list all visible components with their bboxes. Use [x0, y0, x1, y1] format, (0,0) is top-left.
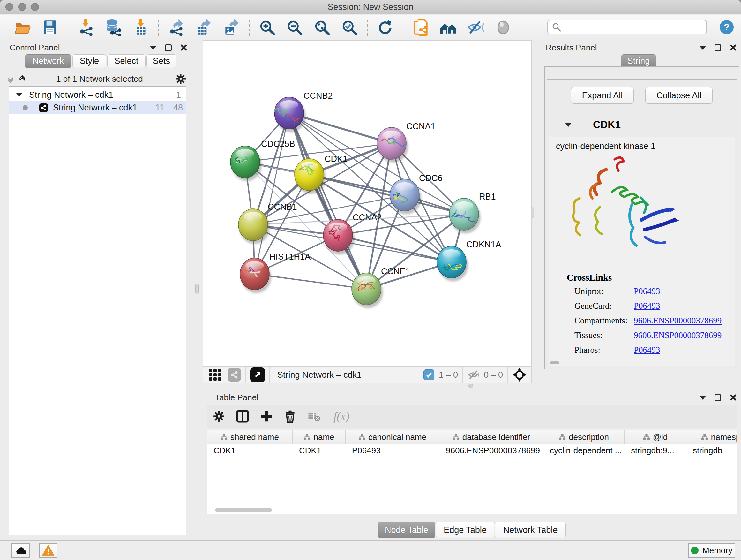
- column-header[interactable]: canonical name: [346, 430, 440, 444]
- help-button[interactable]: ?: [719, 19, 735, 35]
- column-header[interactable]: name: [293, 430, 346, 444]
- right-splitter[interactable]: [532, 40, 543, 389]
- export-table-button[interactable]: [195, 18, 213, 37]
- panel-menu-icon[interactable]: [150, 46, 157, 50]
- network-node[interactable]: CDKN1A: [437, 240, 501, 281]
- tab-network-table[interactable]: Network Table: [495, 522, 566, 538]
- crosslink-value-link[interactable]: 9606.ENSP00000378699: [634, 330, 722, 340]
- table-cell[interactable]: stringdb: [686, 446, 737, 455]
- results-scrollbar-thumb[interactable]: [550, 361, 559, 364]
- memory-button[interactable]: Memory: [688, 543, 735, 558]
- gear-icon[interactable]: [213, 410, 225, 422]
- selected-checkbox-icon[interactable]: [423, 369, 434, 380]
- network-edge[interactable]: [338, 235, 452, 262]
- show-hidden-button[interactable]: [494, 18, 512, 37]
- expand-all-button[interactable]: Expand All: [571, 87, 634, 104]
- zoom-out-button[interactable]: [286, 18, 304, 37]
- network-node[interactable]: CCNE1: [352, 266, 410, 308]
- memory-status-dot: [691, 547, 698, 554]
- import-network-file-button[interactable]: [77, 18, 95, 37]
- splitter-handle[interactable]: [195, 284, 199, 294]
- table-cell[interactable]: CDK1: [207, 446, 293, 455]
- detach-view-button[interactable]: [250, 368, 265, 382]
- table-hscrollbar-thumb[interactable]: [215, 508, 272, 512]
- collapse-all-button[interactable]: Collapse All: [645, 87, 713, 104]
- search-input[interactable]: [561, 22, 698, 32]
- expand-all-icon[interactable]: [20, 76, 24, 82]
- hide-selected-button[interactable]: [467, 18, 485, 37]
- tab-node-table[interactable]: Node Table: [378, 522, 435, 538]
- zoom-fit-button[interactable]: [313, 18, 331, 37]
- tab-network[interactable]: Network: [25, 54, 71, 68]
- open-session-button[interactable]: [14, 18, 31, 37]
- network-node[interactable]: CCNA1: [377, 122, 435, 163]
- float-panel-icon[interactable]: [165, 44, 172, 51]
- table-cell[interactable]: cyclin-dependent ...: [543, 446, 624, 455]
- gear-icon[interactable]: [175, 73, 186, 84]
- tab-style[interactable]: Style: [72, 54, 106, 68]
- network-edge[interactable]: [255, 113, 289, 274]
- column-header[interactable]: @id: [624, 430, 686, 444]
- delete-column-icon[interactable]: [284, 410, 296, 423]
- column-header[interactable]: database identifier: [440, 430, 543, 444]
- add-column-icon[interactable]: [260, 410, 273, 423]
- network-view-button[interactable]: [227, 368, 241, 381]
- float-panel-icon[interactable]: [715, 394, 721, 401]
- crosslink-value-link[interactable]: P06493: [634, 345, 660, 355]
- network-edge[interactable]: [255, 274, 366, 289]
- cloud-status-button[interactable]: [11, 543, 30, 558]
- grid-view-button[interactable]: [208, 368, 222, 382]
- table-cell[interactable]: P06493: [346, 446, 440, 455]
- close-panel-icon[interactable]: [730, 44, 737, 51]
- export-network-button[interactable]: [167, 18, 185, 37]
- table-data-row[interactable]: CDK1CDK1P064939606.ENSP00000378699cyclin…: [207, 444, 737, 457]
- cdk1-section-header[interactable]: CDK1: [547, 113, 737, 136]
- network-node[interactable]: RB1: [449, 192, 496, 233]
- show-columns-icon[interactable]: [236, 410, 249, 423]
- tab-string[interactable]: String: [621, 54, 656, 68]
- network-canvas[interactable]: CCNB2CCNA1CDC25BCDK1CDC6RB1CCNB1CCNA2CDK…: [203, 40, 532, 367]
- table-cell[interactable]: 9606.ENSP00000378699: [440, 446, 543, 455]
- network-graph[interactable]: CCNB2CCNA1CDC25BCDK1CDC6RB1CCNB1CCNA2CDK…: [203, 41, 531, 366]
- horizontal-splitter-handle[interactable]: [468, 384, 473, 388]
- center-view-crosshair-icon[interactable]: [512, 368, 527, 382]
- network-collection-row[interactable]: String Network – cdk1 1: [9, 88, 186, 101]
- close-panel-icon[interactable]: [180, 44, 187, 51]
- network-edge[interactable]: [289, 113, 366, 289]
- tab-select[interactable]: Select: [107, 54, 145, 68]
- collapse-all-icon[interactable]: [8, 76, 12, 82]
- column-header[interactable]: shared name: [207, 430, 293, 444]
- zoom-in-button[interactable]: [258, 18, 276, 37]
- warnings-button[interactable]: [39, 543, 57, 558]
- left-splitter[interactable]: [192, 40, 203, 540]
- import-table-file-button[interactable]: [132, 18, 150, 37]
- panel-menu-icon[interactable]: [699, 46, 706, 50]
- network-label: String Network – cdk1: [53, 103, 137, 113]
- column-header[interactable]: namespace: [686, 430, 737, 444]
- refresh-layout-button[interactable]: [376, 18, 394, 37]
- zoom-selected-button[interactable]: [340, 18, 358, 37]
- network-node[interactable]: CDC6: [390, 173, 443, 214]
- panel-menu-icon[interactable]: [699, 395, 706, 400]
- table-cell[interactable]: CDK1: [293, 446, 346, 455]
- tab-sets[interactable]: Sets: [146, 54, 177, 68]
- home-pages-button[interactable]: [440, 18, 457, 37]
- close-panel-icon[interactable]: [730, 394, 737, 401]
- crosslink-value-link[interactable]: 9606.ENSP00000378699: [634, 316, 722, 326]
- section-collapse-icon[interactable]: [565, 123, 572, 127]
- export-image-button[interactable]: [222, 18, 240, 37]
- import-network-database-button[interactable]: [105, 18, 122, 37]
- network-from-clipboard-button[interactable]: [412, 18, 430, 37]
- crosslink-value-link[interactable]: P06493: [634, 287, 660, 296]
- column-header[interactable]: description: [543, 430, 624, 444]
- float-panel-icon[interactable]: [715, 44, 721, 51]
- table-cell[interactable]: stringdb:9...: [624, 446, 686, 455]
- network-node[interactable]: HIST1H1A: [240, 252, 311, 293]
- network-row[interactable]: String Network – cdk1 11 48: [9, 101, 186, 114]
- search-box[interactable]: [547, 20, 707, 35]
- node-table[interactable]: shared namenamecanonical namedatabase id…: [207, 430, 737, 514]
- crosslink-value-link[interactable]: P06493: [634, 301, 660, 311]
- save-session-button[interactable]: [41, 18, 59, 37]
- collection-expand-icon[interactable]: [16, 93, 22, 97]
- tab-edge-table[interactable]: Edge Table: [436, 522, 494, 538]
